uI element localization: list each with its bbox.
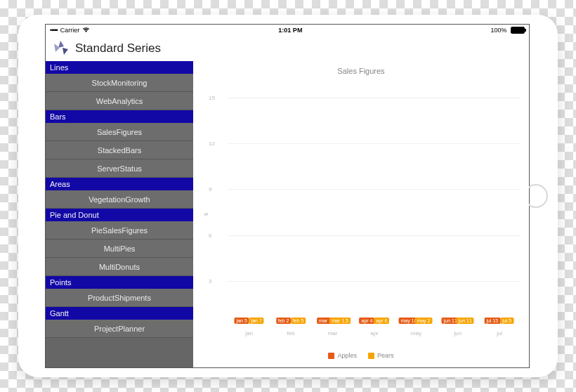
legend: Apples Pears [193, 352, 529, 359]
battery-pct: 100% [490, 27, 506, 34]
battery-icon [511, 27, 525, 34]
sidebar-section-lines[interactable]: Lines [46, 61, 193, 74]
legend-pears: Pears [368, 352, 394, 359]
sidebar-item-serverstatus[interactable]: ServerStatus [46, 159, 193, 178]
clock: 1:01 PM [90, 27, 490, 34]
sidebar-section-pie-donut[interactable]: Pie and Donut [46, 209, 193, 221]
sidebar: Lines StockMonitoring WebAnalytics Bars … [46, 61, 193, 367]
bar-label: feb 2 [276, 318, 292, 324]
sidebar-item-multidonuts[interactable]: MultiDonuts [46, 258, 193, 276]
x-tick-label: jun [437, 330, 478, 337]
app-logo-icon [51, 39, 70, 58]
x-tick-label: apr [353, 330, 395, 337]
bar-label: feb 5 [291, 318, 306, 324]
wifi-icon [82, 27, 90, 34]
y-tick-label: 12 [209, 141, 215, 147]
bar-label: jan 5 [235, 318, 249, 324]
sidebar-section-gantt[interactable]: Gantt [46, 307, 193, 320]
sidebar-item-webanalytics[interactable]: WebAnalytics [46, 92, 193, 110]
y-tick-label: 9 [209, 186, 211, 192]
sidebar-section-bars[interactable]: Bars [46, 110, 193, 123]
x-tick-label: mar [312, 330, 353, 337]
y-tick-label: 15 [209, 94, 215, 100]
sidebar-item-multipies[interactable]: MultiPies [46, 240, 193, 258]
bar-label: mar 1.5 [329, 318, 351, 324]
sidebar-item-projectplanner[interactable]: ProjectPlanner [46, 320, 193, 338]
sidebar-item-piesalesfigures[interactable]: PieSalesFigures [46, 221, 193, 240]
chart-title: Sales Figures [193, 67, 529, 75]
battery-area: 100% [490, 27, 525, 34]
legend-apples: Apples [328, 352, 357, 359]
x-tick-label: may [395, 330, 437, 337]
x-tick-label: jan [228, 330, 270, 337]
y-tick-label: 6 [209, 232, 211, 238]
sidebar-item-salesfigures[interactable]: SalesFigures [46, 123, 193, 141]
chart-area: Sales Figures $ 3691215jan 5jan 7feb 2fe… [193, 61, 529, 367]
x-tick-label: feb [270, 330, 311, 337]
sidebar-item-stackedbars[interactable]: StackedBars [46, 141, 193, 159]
y-axis-label: $ [203, 213, 209, 216]
x-tick-label: jul [479, 330, 521, 337]
sidebar-section-points[interactable]: Points [46, 276, 193, 289]
tablet-frame: ••••• Carrier 1:01 PM 100% Standard Seri… [18, 15, 558, 377]
svg-marker-1 [54, 44, 60, 52]
svg-marker-2 [63, 48, 68, 55]
signal-icon: ••••• [50, 27, 58, 34]
bar-label: apr 6 [374, 318, 390, 324]
bar-label: apr 4 [360, 318, 375, 324]
status-bar: ••••• Carrier 1:01 PM 100% [46, 25, 529, 36]
bar-label: may 2 [414, 318, 432, 324]
page-title: Standard Series [75, 41, 161, 55]
sidebar-section-areas[interactable]: Areas [46, 178, 193, 190]
sidebar-item-productshipments[interactable]: ProductShipments [46, 289, 193, 307]
bar-label: jan 7 [249, 318, 264, 324]
bar-label: jun 11 [457, 318, 474, 324]
screen: ••••• Carrier 1:01 PM 100% Standard Seri… [45, 24, 530, 368]
app-header: Standard Series [46, 36, 529, 61]
bar-label: jul 5 [500, 318, 513, 324]
y-tick-label: 3 [209, 277, 211, 284]
sidebar-item-vegetationgrowth[interactable]: VegetationGrowth [46, 190, 193, 209]
sidebar-item-stockmonitoring[interactable]: StockMonitoring [46, 74, 193, 92]
bar-label: jul 15 [484, 318, 500, 324]
svg-marker-0 [58, 41, 64, 48]
carrier-label: Carrier [60, 27, 80, 34]
plot: 3691215jan 5jan 7feb 2feb 5mar 1mar 1.5a… [228, 82, 521, 327]
x-axis-labels: janfebmaraprmayjunjul [228, 330, 521, 337]
